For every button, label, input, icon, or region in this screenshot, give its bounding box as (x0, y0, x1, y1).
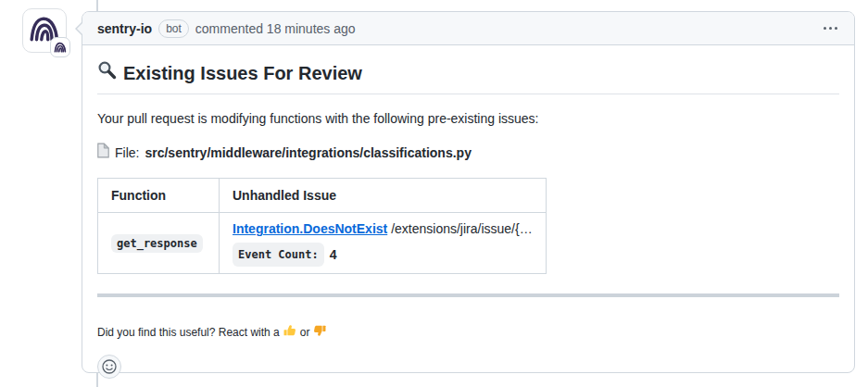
comment-caret (75, 21, 82, 36)
event-count-line: Event Count: 4 (233, 243, 533, 267)
feedback-text-before: Did you find this useful? React with a (97, 325, 280, 340)
table-row: get_response Integration.DoesNotExist /e… (98, 213, 547, 274)
bot-badge: bot (158, 19, 189, 38)
feedback-text-or: or (300, 325, 310, 340)
file-label: File: (115, 144, 139, 162)
comment-header: sentry-io bot commented 18 minutes ago (82, 12, 854, 45)
event-count-label: Event Count: (233, 243, 324, 267)
comment-body: Existing Issues For Review Your pull req… (82, 45, 854, 387)
event-count-value: 4 (330, 245, 337, 264)
issue-cell: Integration.DoesNotExist /extensions/jir… (220, 213, 547, 274)
issue-path-text: /extensions/jira/issue/{… (391, 221, 533, 236)
search-icon (97, 60, 117, 86)
table-header-function: Function (98, 179, 220, 213)
issue-line: Integration.DoesNotExist /extensions/jir… (233, 219, 533, 238)
thumbs-down-icon (313, 324, 326, 341)
issues-heading-text: Existing Issues For Review (123, 61, 362, 86)
function-cell: get_response (98, 213, 220, 274)
avatar-app-badge (50, 37, 70, 57)
feedback-prompt: Did you find this useful? React with a o… (97, 324, 839, 341)
smiley-icon (102, 359, 117, 374)
file-path: src/sentry/middleware/integrations/class… (145, 144, 471, 162)
file-line: File: src/sentry/middleware/integrations… (97, 143, 839, 163)
comment-timestamp: commented 18 minutes ago (195, 21, 356, 36)
sentry-logo-icon (54, 42, 67, 53)
function-code: get_response (111, 234, 203, 253)
issue-link[interactable]: Integration.DoesNotExist (233, 221, 387, 236)
intro-text: Your pull request is modifying functions… (97, 109, 839, 128)
author-link[interactable]: sentry-io (97, 21, 152, 36)
smiley-reaction-button[interactable] (97, 355, 121, 379)
table-header-issue: Unhandled Issue (220, 179, 547, 213)
file-icon (97, 143, 109, 163)
issues-heading: Existing Issues For Review (97, 60, 839, 94)
comment-card: sentry-io bot commented 18 minutes ago E… (82, 11, 855, 373)
kebab-horizontal-icon (824, 27, 837, 30)
divider (97, 293, 839, 297)
bot-avatar[interactable] (22, 8, 67, 53)
issues-table: Function Unhandled Issue get_response In… (97, 178, 547, 274)
table-header-row: Function Unhandled Issue (98, 179, 547, 213)
thumbs-up-icon (283, 324, 296, 341)
kebab-menu-button[interactable] (822, 23, 839, 33)
